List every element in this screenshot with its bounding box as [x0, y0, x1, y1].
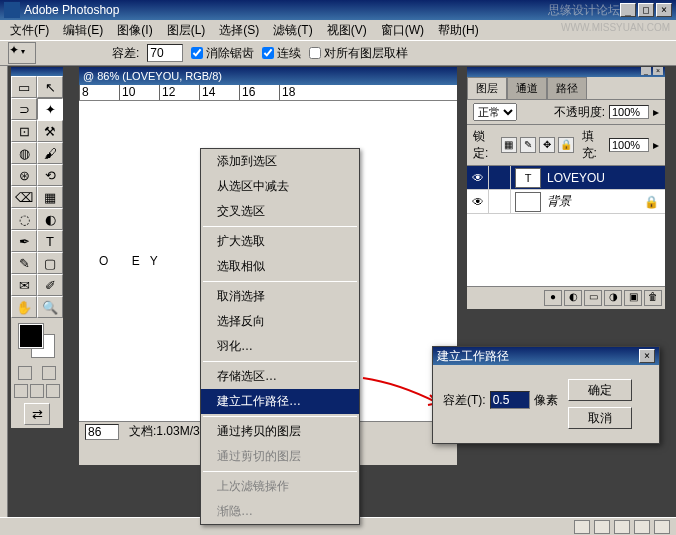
ctx-grow[interactable]: 扩大选取 [201, 229, 359, 254]
notes-tool[interactable]: ✉ [11, 274, 37, 296]
jump-to-imageready-icon[interactable]: ⇄ [24, 403, 50, 425]
zoom-tool[interactable]: 🔍 [37, 296, 63, 318]
menu-help[interactable]: 帮助(H) [432, 20, 485, 41]
adjustment-layer-icon[interactable]: ◑ [604, 290, 622, 306]
ctx-intersect-selection[interactable]: 交叉选区 [201, 199, 359, 224]
tab-channels[interactable]: 通道 [507, 77, 547, 99]
ctx-inverse[interactable]: 选择反向 [201, 309, 359, 334]
tab-paths[interactable]: 路径 [547, 77, 587, 99]
layer-style-icon[interactable]: ● [544, 290, 562, 306]
menu-window[interactable]: 窗口(W) [375, 20, 430, 41]
panel-header[interactable]: _ × [467, 67, 665, 77]
status-icon[interactable] [614, 520, 630, 534]
ctx-save-selection[interactable]: 存储选区… [201, 364, 359, 389]
move-tool[interactable]: ↖ [37, 76, 63, 98]
ctx-add-to-selection[interactable]: 添加到选区 [201, 149, 359, 174]
marquee-tool[interactable]: ▭ [11, 76, 37, 98]
link-icon[interactable] [489, 190, 511, 213]
wand-tool[interactable]: ✦ [37, 98, 63, 120]
lock-transparency-icon[interactable]: ▦ [501, 137, 517, 153]
ok-button[interactable]: 确定 [568, 379, 632, 401]
screenmode-2-icon[interactable] [30, 384, 44, 398]
slice-tool[interactable]: ⚒ [37, 120, 63, 142]
dialog-tolerance-input[interactable] [490, 391, 530, 409]
tolerance-input[interactable] [147, 44, 183, 62]
layer-mask-icon[interactable]: ◐ [564, 290, 582, 306]
dialog-titlebar[interactable]: 建立工作路径 × [433, 347, 659, 365]
delete-layer-icon[interactable]: 🗑 [644, 290, 662, 306]
dialog-close-button[interactable]: × [639, 349, 655, 363]
layer-name[interactable]: 背景 [545, 193, 638, 210]
watermark-text: WWW.MISSYUAN.COM [561, 22, 670, 33]
color-wells [17, 322, 57, 360]
antialias-checkbox[interactable]: 消除锯齿 [191, 45, 254, 62]
menu-file[interactable]: 文件(F) [4, 20, 55, 41]
ctx-subtract-selection[interactable]: 从选区中减去 [201, 174, 359, 199]
new-layer-icon[interactable]: ▣ [624, 290, 642, 306]
ctx-similar[interactable]: 选取相似 [201, 254, 359, 279]
foreground-color[interactable] [19, 324, 43, 348]
visibility-icon[interactable]: 👁 [467, 166, 489, 189]
link-icon[interactable] [489, 166, 511, 189]
pen-tool[interactable]: ✎ [11, 252, 37, 274]
current-tool-icon[interactable]: ✦▾ [8, 42, 36, 64]
type-tool[interactable]: T [37, 230, 63, 252]
layer-set-icon[interactable]: ▭ [584, 290, 602, 306]
panel-min-icon[interactable]: _ [641, 67, 651, 75]
ctx-deselect[interactable]: 取消选择 [201, 284, 359, 309]
blend-mode-select[interactable]: 正常 [473, 103, 517, 121]
fill-input[interactable] [609, 138, 649, 152]
maximize-button[interactable]: □ [638, 3, 654, 17]
gradient-tool[interactable]: ▦ [37, 186, 63, 208]
status-icon[interactable] [654, 520, 670, 534]
panel-close-icon[interactable]: × [653, 67, 663, 75]
layer-item-loveyou[interactable]: 👁 T LOVEYOU [467, 166, 665, 190]
path-select-tool[interactable]: ✒ [11, 230, 37, 252]
shape-tool[interactable]: ▢ [37, 252, 63, 274]
zoom-input[interactable] [85, 424, 119, 440]
ctx-layer-via-copy[interactable]: 通过拷贝的图层 [201, 419, 359, 444]
close-button[interactable]: × [656, 3, 672, 17]
quickmask-on-icon[interactable] [42, 366, 56, 380]
status-icon[interactable] [574, 520, 590, 534]
layer-name[interactable]: LOVEYOU [545, 171, 665, 185]
status-icon[interactable] [594, 520, 610, 534]
status-icon[interactable] [634, 520, 650, 534]
layer-item-background[interactable]: 👁 背景 🔒 [467, 190, 665, 214]
document-title[interactable]: @ 86% (LOVEYOU, RGB/8) [79, 67, 457, 85]
tools-header[interactable] [11, 67, 63, 76]
menu-view[interactable]: 视图(V) [321, 20, 373, 41]
menu-image[interactable]: 图像(I) [111, 20, 158, 41]
minimize-button[interactable]: _ [620, 3, 636, 17]
eraser-tool[interactable]: ⌫ [11, 186, 37, 208]
quickmask-off-icon[interactable] [18, 366, 32, 380]
dodge-tool[interactable]: ◐ [37, 208, 63, 230]
all-layers-checkbox[interactable]: 对所有图层取样 [309, 45, 408, 62]
menu-filter[interactable]: 滤镜(T) [267, 20, 318, 41]
lock-all-icon[interactable]: 🔒 [558, 137, 574, 153]
eyedropper-tool[interactable]: ✐ [37, 274, 63, 296]
brush-tool[interactable]: 🖌 [37, 142, 63, 164]
visibility-icon[interactable]: 👁 [467, 190, 489, 213]
stamp-tool[interactable]: ⊛ [11, 164, 37, 186]
lock-position-icon[interactable]: ✥ [539, 137, 555, 153]
lasso-tool[interactable]: ⊃ [11, 98, 37, 120]
contiguous-checkbox[interactable]: 连续 [262, 45, 301, 62]
screenmode-1-icon[interactable] [14, 384, 28, 398]
cancel-button[interactable]: 取消 [568, 407, 632, 429]
ctx-make-work-path[interactable]: 建立工作路径… [201, 389, 359, 414]
ctx-feather[interactable]: 羽化… [201, 334, 359, 359]
menu-edit[interactable]: 编辑(E) [57, 20, 109, 41]
opacity-input[interactable] [609, 105, 649, 119]
tab-layers[interactable]: 图层 [467, 77, 507, 99]
blur-tool[interactable]: ◌ [11, 208, 37, 230]
dialog-tolerance-label: 容差(T): [443, 392, 486, 409]
menu-layer[interactable]: 图层(L) [161, 20, 212, 41]
crop-tool[interactable]: ⊡ [11, 120, 37, 142]
hand-tool[interactable]: ✋ [11, 296, 37, 318]
screenmode-3-icon[interactable] [46, 384, 60, 398]
heal-tool[interactable]: ◍ [11, 142, 37, 164]
history-brush-tool[interactable]: ⟲ [37, 164, 63, 186]
menu-select[interactable]: 选择(S) [213, 20, 265, 41]
lock-pixels-icon[interactable]: ✎ [520, 137, 536, 153]
